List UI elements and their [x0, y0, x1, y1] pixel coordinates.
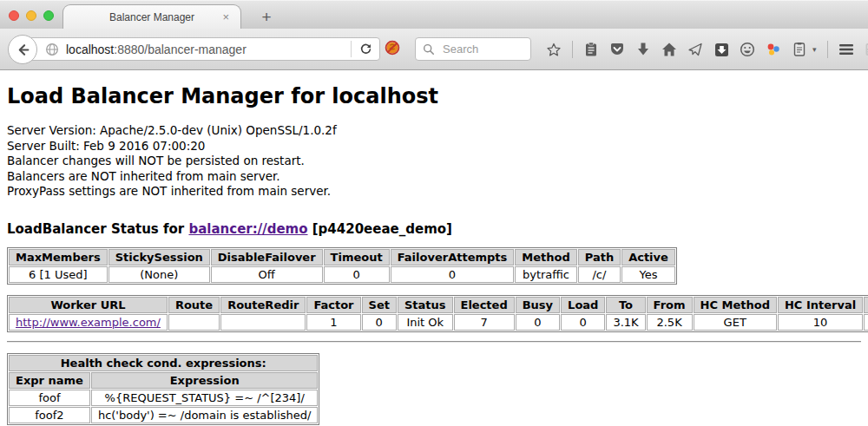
- loadbalancer-status-heading: LoadBalancer Status for balancer://demo …: [7, 221, 861, 237]
- tab-strip: Balancer Manager × +: [0, 0, 868, 29]
- tab-close-icon[interactable]: ×: [222, 11, 229, 23]
- cell-failoverattempts: 0: [391, 266, 515, 283]
- table-header-row: Expr name Expression: [9, 372, 318, 389]
- emoji-smiley-icon[interactable]: [740, 42, 755, 57]
- cell-to: 3.1K: [606, 314, 645, 331]
- col-passes: Passes: [864, 297, 868, 313]
- cell-status: Init Ok: [398, 314, 453, 331]
- cell-busy: 0: [516, 314, 560, 331]
- cell-expr-name: foof2: [9, 407, 90, 423]
- reader-mode-icon[interactable]: [865, 42, 868, 57]
- cell-set: 0: [362, 314, 397, 331]
- col-route: Route: [168, 297, 220, 313]
- browser-window: Balancer Manager × + localhost:8880/bala…: [0, 0, 868, 426]
- server-version-line: Server Version: Apache/2.5.0-dev (Unix) …: [7, 123, 861, 139]
- server-info: Server Version: Apache/2.5.0-dev (Unix) …: [7, 123, 861, 200]
- zoom-window-button[interactable]: [43, 10, 54, 21]
- cell-stickysession: (None): [108, 266, 210, 283]
- menu-hamburger-icon[interactable]: [838, 42, 854, 57]
- cell-method: bytraffic: [515, 266, 576, 283]
- table-title-row: Health check cond. expressions:: [9, 355, 318, 371]
- url-path: :8880/balancer-manager: [114, 43, 247, 56]
- reload-button[interactable]: [352, 38, 379, 60]
- globe-icon: [45, 43, 59, 56]
- chevron-down-icon[interactable]: ▾: [812, 45, 817, 54]
- col-stickysession: StickySession: [108, 249, 210, 265]
- col-to: To: [606, 297, 645, 313]
- cell-from: 2.5K: [647, 314, 693, 331]
- col-path: Path: [578, 249, 621, 265]
- back-arrow-icon: [15, 42, 30, 57]
- col-maxmembers: MaxMembers: [9, 249, 108, 265]
- reload-icon: [359, 43, 372, 56]
- url-bar[interactable]: localhost:8880/balancer-manager: [23, 37, 380, 61]
- col-expr-name: Expr name: [9, 372, 90, 389]
- noscript-blocked-icon[interactable]: [385, 40, 400, 56]
- url-host: localhost: [66, 43, 114, 56]
- persist-notice-line: Balancer changes will NOT be persisted o…: [7, 154, 861, 169]
- toolbar-divider: [827, 41, 828, 58]
- window-controls: [9, 10, 54, 21]
- balancer-demo-link[interactable]: balancer://demo: [188, 221, 307, 237]
- col-active: Active: [621, 249, 675, 265]
- cell-hc-interval: 10: [778, 314, 863, 331]
- health-check-table: Health check cond. expressions: Expr nam…: [7, 353, 319, 425]
- col-worker-url: Worker URL: [9, 297, 168, 313]
- worker-url-link[interactable]: http://www.example.com/: [16, 316, 161, 329]
- col-status: Status: [398, 297, 453, 313]
- col-disablefailover: DisableFailover: [211, 249, 323, 265]
- col-hc-method: HC Method: [694, 297, 777, 313]
- divider: [7, 341, 861, 343]
- cell-active: Yes: [621, 266, 675, 283]
- col-busy: Busy: [516, 297, 560, 313]
- inherit-notice-line: Balancers are NOT inherited from main se…: [7, 169, 861, 185]
- cell-disablefailover: Off: [211, 266, 323, 283]
- col-failoverattempts: FailoverAttempts: [391, 249, 515, 265]
- col-elected: Elected: [454, 297, 515, 313]
- pocket-icon[interactable]: [609, 42, 625, 57]
- cell-passes: 1 (0): [864, 314, 868, 331]
- col-set: Set: [362, 297, 397, 313]
- video-download-helper-icon[interactable]: [713, 42, 729, 57]
- bookmark-star-icon[interactable]: [546, 42, 562, 57]
- search-bar[interactable]: [415, 37, 531, 61]
- col-method: Method: [515, 249, 576, 265]
- col-expression: Expression: [91, 372, 319, 389]
- minimize-window-button[interactable]: [26, 10, 36, 21]
- table-row: http://www.example.com/ 1 0 Init Ok 7 0 …: [9, 314, 868, 331]
- send-page-icon[interactable]: [687, 42, 703, 57]
- home-icon[interactable]: [661, 42, 677, 57]
- new-tab-button[interactable]: +: [252, 4, 281, 29]
- cell-timeout: 0: [324, 266, 390, 283]
- table-row: foof %{REQUEST_STATUS} =~ /^[234]/: [9, 390, 318, 406]
- tab-balancer-manager[interactable]: Balancer Manager ×: [62, 4, 241, 29]
- table-header-row: Worker URL Route RouteRedir Factor Set S…: [9, 297, 868, 313]
- server-built-line: Server Built: Feb 9 2016 07:00:20: [7, 139, 861, 154]
- cell-load: 0: [561, 314, 605, 331]
- table-row: foof2 hc('body') =~ /domain is establish…: [9, 407, 318, 423]
- cell-expression: hc('body') =~ /domain is established/: [91, 407, 319, 423]
- url-text: localhost:8880/balancer-manager: [66, 43, 351, 56]
- clipboard-icon[interactable]: [583, 42, 599, 57]
- color-dots-extension-icon[interactable]: [766, 42, 781, 57]
- toolbar-divider: [572, 41, 573, 58]
- health-table-title: Health check cond. expressions:: [9, 355, 318, 371]
- col-load: Load: [561, 297, 605, 313]
- downloads-icon[interactable]: [635, 42, 651, 57]
- page-content: Load Balancer Manager for localhost Serv…: [0, 84, 868, 426]
- col-from: From: [647, 297, 693, 313]
- back-button[interactable]: [8, 35, 37, 64]
- table-row: 6 [1 Used] (None) Off 0 0 bytraffic /c/ …: [9, 266, 675, 283]
- cell-factor: 1: [306, 314, 360, 331]
- notes-extension-icon[interactable]: [792, 42, 807, 57]
- cell-expression: %{REQUEST_STATUS} =~ /^[234]/: [91, 390, 319, 406]
- status-suffix: [p4420eeae_demo]: [308, 221, 452, 237]
- proxypass-notice-line: ProxyPass settings are NOT inherited fro…: [7, 184, 861, 200]
- balancer-summary-table: MaxMembers StickySession DisableFailover…: [7, 247, 677, 285]
- col-hc-interval: HC Interval: [778, 297, 863, 313]
- toolbar-icons: ▾: [546, 41, 868, 58]
- cell-route: [168, 314, 220, 331]
- close-window-button[interactable]: [9, 10, 19, 21]
- search-input[interactable]: [441, 42, 523, 56]
- navigation-toolbar: localhost:8880/balancer-manager: [0, 29, 868, 70]
